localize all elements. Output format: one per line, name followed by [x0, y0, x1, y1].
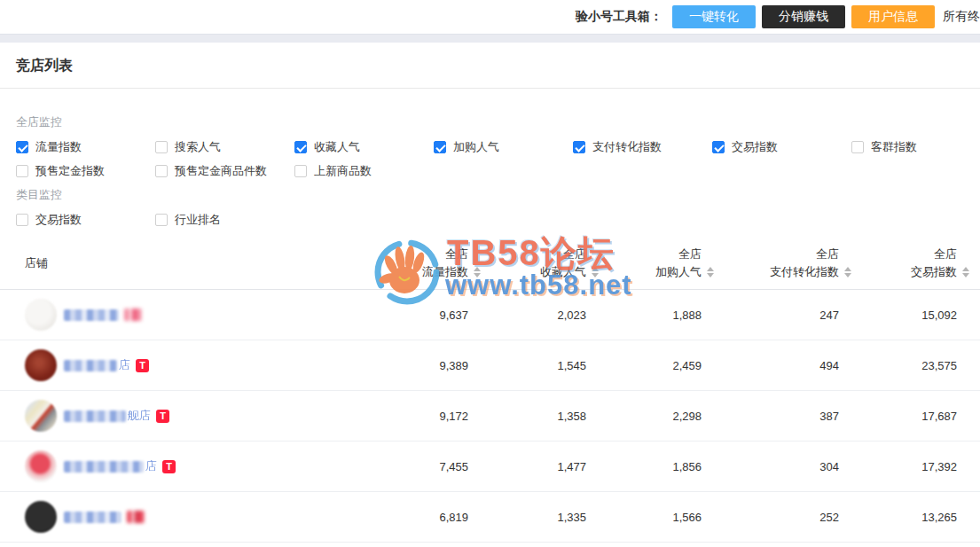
column-header-shop: 店铺 — [25, 255, 379, 271]
sort-icon[interactable] — [474, 267, 481, 277]
sort-icon[interactable] — [707, 267, 714, 277]
metric-value: 1,545 — [481, 359, 599, 372]
column-header-line2: 交易指数 — [911, 266, 957, 278]
tmall-badge-icon: T — [136, 359, 149, 372]
table-row[interactable]: 店 T 9,3891,5452,45949423,575 — [0, 340, 980, 391]
metric-value: 9,637 — [379, 309, 481, 322]
topbar: 验小号工具箱： 一键转化分销赚钱用户信息 所有终 — [0, 0, 980, 34]
filter-row: 预售定金指数 预售定金商品件数 上新商品数 — [16, 164, 980, 178]
column-header-line1: 全店 — [714, 248, 851, 261]
shop-name-suffix[interactable]: 店 — [119, 357, 130, 373]
metric-value: 6,819 — [379, 511, 481, 524]
table-body: 9,6372,0231,88824715,092 店 T 9,3891,5452… — [0, 290, 980, 543]
filter-group: 全店监控 流量指数 搜索人气 收藏人气 加购人气 支付转化指数 交易指数 客群指… — [16, 115, 980, 178]
filter-checkbox-option[interactable]: 预售定金指数 — [16, 164, 155, 178]
column-header-line1: 全店 — [851, 248, 969, 261]
checkbox-icon[interactable] — [16, 214, 28, 226]
table-row[interactable]: 6,8191,3351,56625213,265 — [0, 492, 980, 543]
metric-value: 1,477 — [481, 460, 599, 473]
metric-value: 2,023 — [481, 309, 599, 322]
shop-name-blurred[interactable] — [64, 309, 119, 321]
metric-value: 9,172 — [379, 410, 481, 423]
checkbox-icon[interactable] — [434, 141, 446, 153]
checkbox-icon[interactable] — [712, 141, 725, 153]
column-header[interactable]: 全店 支付转化指数 — [714, 248, 851, 278]
table-header-row: 店铺 全店 流量指数 全店 收藏人气 全店 加购人气 全店 支付转化指数 全店 … — [0, 237, 980, 290]
filter-checkbox-option[interactable]: 行业排名 — [155, 213, 294, 227]
checkbox-icon[interactable] — [294, 165, 307, 177]
tmall-badge-icon: T — [156, 410, 169, 423]
metric-value: 304 — [714, 460, 851, 473]
shop-cell: 店 T — [25, 450, 379, 482]
column-header[interactable]: 全店 交易指数 — [851, 248, 969, 278]
metric-value: 1,358 — [481, 410, 599, 423]
checkbox-icon[interactable] — [16, 165, 28, 177]
checkbox-icon[interactable] — [16, 141, 28, 153]
column-header-line2: 加购人气 — [655, 266, 702, 278]
checkbox-icon[interactable] — [851, 141, 864, 153]
filter-checkbox-option[interactable]: 加购人气 — [434, 140, 573, 154]
filter-checkbox-option[interactable]: 交易指数 — [712, 140, 851, 154]
shop-name-blurred[interactable] — [64, 461, 144, 473]
blurred-badge — [124, 309, 142, 321]
checkbox-label: 交易指数 — [35, 213, 82, 227]
metric-value: 9,389 — [379, 359, 481, 372]
topbar-button-one-key-convert[interactable]: 一键转化 — [672, 5, 756, 28]
checkbox-label: 交易指数 — [732, 140, 778, 154]
filter-group-label: 类目监控 — [16, 188, 980, 202]
column-header-line2: 收藏人气 — [540, 266, 586, 278]
filter-checkbox-option[interactable]: 客群指数 — [851, 140, 980, 154]
column-header[interactable]: 全店 收藏人气 — [481, 248, 599, 278]
metric-value: 13,265 — [851, 511, 969, 524]
filter-checkbox-option[interactable]: 流量指数 — [16, 140, 155, 154]
shop-avatar[interactable] — [25, 501, 57, 533]
filter-checkbox-option[interactable]: 预售定金商品件数 — [155, 164, 294, 178]
shop-name-blurred[interactable] — [64, 410, 126, 422]
sort-icon[interactable] — [844, 267, 851, 277]
table-row[interactable]: 9,6372,0231,88824715,092 — [0, 290, 980, 340]
shop-name-suffix[interactable]: 舰店 — [128, 408, 151, 424]
checkbox-icon[interactable] — [573, 141, 585, 153]
column-header[interactable]: 全店 流量指数 — [379, 248, 481, 278]
metric-value: 2,298 — [599, 410, 714, 423]
shop-name-blurred[interactable] — [64, 512, 122, 523]
filter-checkbox-option[interactable]: 收藏人气 — [294, 140, 434, 154]
topbar-button-distribution-earn[interactable]: 分销赚钱 — [762, 5, 845, 28]
shop-name-blurred[interactable] — [64, 360, 117, 371]
sort-icon[interactable] — [592, 267, 599, 277]
checkbox-icon[interactable] — [155, 141, 168, 153]
shop-avatar[interactable] — [25, 450, 57, 482]
checkbox-icon[interactable] — [294, 141, 307, 153]
metric-value: 23,575 — [851, 359, 969, 372]
header-divider-band — [0, 34, 980, 43]
filter-checkbox-option[interactable]: 交易指数 — [16, 213, 155, 227]
checkbox-icon[interactable] — [155, 165, 168, 177]
metric-value: 17,687 — [851, 410, 969, 423]
filter-group-label: 全店监控 — [16, 115, 980, 129]
blurred-badge — [127, 511, 145, 523]
table-row[interactable]: 舰店 T 9,1721,3582,29838717,687 — [0, 391, 980, 442]
all-terminals-text[interactable]: 所有终 — [943, 9, 980, 25]
filter-checkbox-option[interactable]: 搜索人气 — [155, 140, 294, 154]
metric-value: 1,335 — [481, 511, 599, 524]
filter-row: 交易指数 行业排名 — [16, 213, 980, 227]
shop-avatar[interactable] — [25, 349, 57, 381]
column-header[interactable]: 全店 加购人气 — [599, 248, 714, 278]
filter-panel: 全店监控 流量指数 搜索人气 收藏人气 加购人气 支付转化指数 交易指数 客群指… — [0, 89, 980, 227]
topbar-button-user-info[interactable]: 用户信息 — [851, 5, 935, 28]
shop-avatar[interactable] — [25, 299, 57, 331]
checkbox-label: 加购人气 — [453, 140, 499, 154]
filter-checkbox-option[interactable]: 支付转化指数 — [573, 140, 712, 154]
shop-name-suffix[interactable]: 店 — [145, 458, 157, 474]
checkbox-label: 收藏人气 — [314, 140, 360, 154]
shop-avatar[interactable] — [25, 400, 57, 432]
column-header-line1: 全店 — [481, 248, 599, 261]
filter-checkbox-option[interactable]: 上新商品数 — [294, 164, 434, 178]
filter-group: 类目监控 交易指数 行业排名 — [16, 188, 980, 227]
metric-value: 247 — [714, 309, 851, 322]
metric-value: 1,888 — [599, 309, 714, 322]
checkbox-icon[interactable] — [155, 214, 168, 226]
table-row[interactable]: 店 T 7,4551,4771,85630417,392 — [0, 442, 980, 492]
sort-icon[interactable] — [962, 267, 969, 277]
metric-value: 1,566 — [599, 511, 714, 524]
